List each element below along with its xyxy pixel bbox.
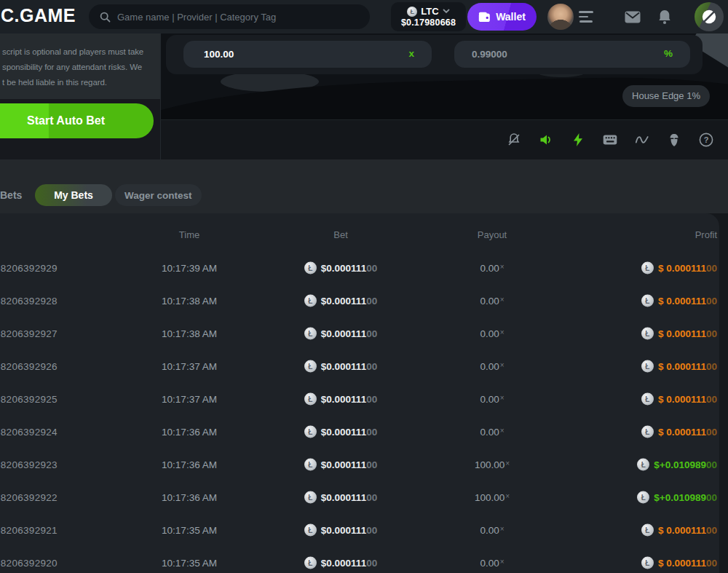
table-body: -8206392929 10:17:39 AM Ł $0.00011100 0.… (0, 251, 719, 573)
bet-controls: x % (166, 35, 703, 74)
table-row[interactable]: -8206392926 10:17:37 AM Ł $0.00011100 0.… (0, 349, 719, 382)
ltc-coin-icon: Ł (304, 294, 317, 307)
bet-amount: Ł $0.00011100 (268, 458, 414, 470)
header-payout: Payout (419, 229, 565, 240)
chat-icon[interactable] (695, 2, 724, 31)
turbo-bet-icon[interactable] (571, 133, 585, 147)
ltc-coin-icon: Ł (304, 556, 317, 569)
table-row[interactable]: -8206392923 10:17:36 AM Ł $0.00011100 10… (0, 448, 719, 481)
ltc-coin-icon: Ł (304, 327, 317, 339)
bet-payout: 0.00× (419, 524, 565, 535)
help-icon[interactable]: ? (699, 133, 713, 147)
mail-icon[interactable] (625, 0, 641, 33)
search-icon (100, 12, 111, 23)
trends-icon[interactable] (635, 133, 649, 147)
game-toolbar: ? (160, 119, 728, 159)
ltc-coin-icon: Ł (641, 523, 654, 536)
ltc-coin-icon: Ł (637, 458, 649, 470)
start-auto-bet-button[interactable]: Start Auto Bet (0, 103, 154, 138)
bet-id: -8206392922 (0, 491, 58, 502)
ltc-coin-icon: Ł (637, 491, 649, 503)
table-row[interactable]: -8206392924 10:17:36 AM Ł $0.00011100 0.… (0, 415, 719, 448)
table-row[interactable]: -8206392925 10:17:37 AM Ł $0.00011100 0.… (0, 382, 719, 415)
bet-time: 10:17:36 AM (116, 491, 262, 502)
bet-amount: Ł $0.00011100 (268, 360, 414, 372)
table-header: Time Bet Payout Profit (0, 213, 719, 251)
script-disclaimer: script is optional and players must take… (0, 33, 160, 99)
bet-profit: Ł $ 0.00011100 (641, 294, 717, 307)
bet-profit: Ł $+0.01098900 (637, 458, 717, 470)
bet-profit: Ł $ 0.00011100 (641, 327, 717, 339)
ltc-coin-icon: Ł (641, 327, 654, 339)
header-bet: Bet (268, 229, 414, 240)
user-avatar[interactable] (547, 4, 574, 30)
ltc-coin-icon: Ł (304, 491, 317, 503)
bets-tabs-band: Bets My Bets Wager contest (0, 159, 728, 213)
bet-id: -8206392925 (0, 393, 58, 404)
bc-game-logo[interactable]: C.GAME (1, 5, 76, 26)
ltc-coin-icon: Ł (407, 7, 417, 17)
bet-profit: Ł $ 0.00011100 (641, 360, 717, 372)
wallet-button[interactable]: Wallet (467, 3, 537, 31)
bet-payout: 100.00× (419, 459, 565, 470)
bet-time: 10:17:35 AM (116, 557, 262, 568)
bet-time: 10:17:38 AM (116, 328, 262, 339)
header-time: Time (116, 229, 262, 240)
tab-all-bets[interactable]: Bets (0, 184, 22, 206)
bet-amount: Ł $0.00011100 (268, 294, 414, 307)
table-row[interactable]: -8206392922 10:17:36 AM Ł $0.00011100 10… (0, 481, 719, 513)
bet-payout: 0.00× (419, 262, 565, 273)
top-navbar: C.GAME Ł LTC $0.17980668 (0, 0, 728, 33)
tab-wager-contest[interactable]: Wager contest (115, 184, 202, 206)
sound-on-icon[interactable] (539, 133, 553, 147)
table-row[interactable]: -8206392929 10:17:39 AM Ł $0.00011100 0.… (0, 251, 719, 284)
percent-suffix: % (664, 48, 673, 59)
bet-payout: 0.00× (419, 328, 565, 339)
bet-amount: Ł $0.00011100 (268, 556, 414, 569)
bet-payout: 0.00× (419, 426, 565, 437)
ltc-coin-icon: Ł (304, 360, 317, 372)
bet-time: 10:17:36 AM (116, 459, 262, 470)
ltc-coin-icon: Ł (304, 392, 317, 405)
bet-profit: Ł $ 0.00011100 (641, 523, 717, 536)
currency-selector[interactable]: Ł LTC $0.17980668 (391, 2, 466, 31)
bet-time: 10:17:38 AM (116, 295, 262, 306)
bet-profit: Ł $ 0.00011100 (641, 425, 717, 438)
house-edge-badge: House Edge 1% (622, 85, 710, 107)
header-profit: Profit (695, 229, 717, 240)
ltc-coin-icon: Ł (641, 556, 654, 569)
bet-time: 10:17:39 AM (116, 262, 262, 273)
bet-amount: Ł $0.00011100 (268, 491, 414, 503)
music-off-icon[interactable] (507, 133, 521, 147)
ltc-coin-icon: Ł (641, 392, 654, 405)
bet-amount: Ł $0.00011100 (268, 327, 414, 339)
bet-profit: Ł $ 0.00011100 (641, 392, 717, 405)
table-row[interactable]: -8206392928 10:17:38 AM Ł $0.00011100 0.… (0, 284, 719, 317)
bet-amount: Ł $0.00011100 (268, 425, 414, 438)
bet-id: -8206392929 (0, 262, 58, 273)
search-bar (89, 4, 370, 29)
bet-id: -8206392921 (0, 524, 58, 535)
table-row[interactable]: -8206392921 10:17:35 AM Ł $0.00011100 0.… (0, 513, 719, 546)
bet-id: -8206392923 (0, 459, 58, 470)
my-bets-table: Time Bet Payout Profit -8206392929 10:17… (0, 213, 719, 573)
win-chance-field: % (454, 41, 690, 68)
autobet-sidebar: script is optional and players must take… (0, 33, 160, 159)
win-chance-input[interactable] (454, 41, 690, 68)
bet-payout: 0.00× (419, 295, 565, 306)
bet-time: 10:17:35 AM (116, 524, 262, 535)
ltc-coin-icon: Ł (641, 425, 654, 438)
search-input[interactable] (117, 12, 370, 23)
table-row[interactable]: -8206392927 10:17:38 AM Ł $0.00011100 0.… (0, 317, 719, 349)
seed-icon[interactable] (667, 133, 681, 147)
payout-field: x (183, 41, 432, 68)
bet-id: -8206392920 (0, 557, 58, 568)
chevron-down-icon (443, 9, 450, 14)
bell-icon[interactable] (658, 0, 671, 33)
hotkeys-icon[interactable] (603, 133, 617, 147)
bet-payout: 0.00× (419, 360, 565, 371)
tab-my-bets[interactable]: My Bets (35, 184, 112, 206)
table-row[interactable]: -8206392920 10:17:35 AM Ł $0.00011100 0.… (0, 546, 719, 573)
payout-input[interactable] (183, 41, 432, 68)
menu-icon[interactable] (579, 0, 593, 33)
